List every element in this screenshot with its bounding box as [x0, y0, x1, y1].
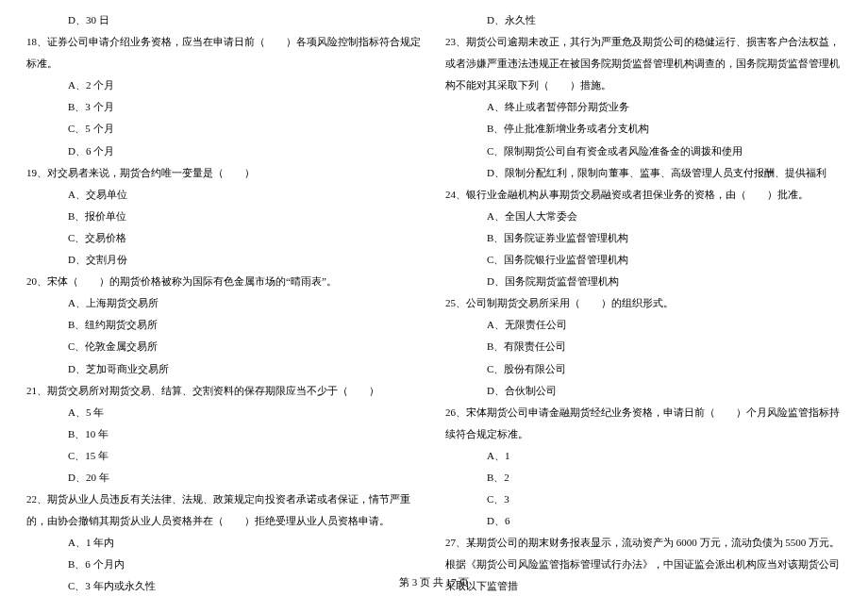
q22-option-a: A、1 年内	[26, 532, 423, 554]
q26-option-a: A、1	[445, 445, 842, 467]
q20-option-c: C、伦敦金属交易所	[26, 336, 423, 357]
q25-option-a: A、无限责任公司	[445, 314, 842, 336]
q21-option-b: B、10 年	[26, 423, 423, 445]
left-column: D、30 日 18、证券公司申请介绍业务资格，应当在申请日前（ ）各项风险控制指…	[19, 9, 434, 566]
right-column: D、永久性 23、期货公司逾期未改正，其行为严重危及期货公司的稳健运行、损害客户…	[434, 9, 849, 566]
q19-stem: 19、对交易者来说，期货合约唯一变量是（ ）	[26, 162, 423, 184]
q26-stem: 26、宋体期货公司申请金融期货经纪业务资格，申请日前（ ）个月风险监管指标持续符…	[445, 402, 842, 445]
q23-option-c: C、限制期货公司自有资金或者风险准备金的调拨和使用	[445, 141, 842, 162]
q24-stem: 24、银行业金融机构从事期货交易融资或者担保业务的资格，由（ ）批准。	[445, 184, 842, 206]
q24-option-a: A、全国人大常委会	[445, 206, 842, 227]
q20-option-d: D、芝加哥商业交易所	[26, 358, 423, 380]
q25-option-b: B、有限责任公司	[445, 336, 842, 357]
q22-stem: 22、期货从业人员违反有关法律、法规、政策规定向投资者承诺或者保证，情节严重的，…	[26, 489, 423, 532]
q18-stem: 18、证券公司申请介绍业务资格，应当在申请日前（ ）各项风险控制指标符合规定标准…	[26, 31, 423, 75]
q25-option-c: C、股份有限公司	[445, 358, 842, 380]
q26-option-c: C、3	[445, 489, 842, 510]
q22-option-c: C、3 年内或永久性	[26, 575, 423, 597]
q21-option-c: C、15 年	[26, 445, 423, 467]
q18-option-b: B、3 个月	[26, 96, 423, 118]
q21-option-a: A、5 年	[26, 402, 423, 423]
q23-stem: 23、期货公司逾期未改正，其行为严重危及期货公司的稳健运行、损害客户合法权益，或…	[445, 31, 842, 96]
q18-option-a: A、2 个月	[26, 75, 423, 96]
q20-option-b: B、纽约期货交易所	[26, 314, 423, 336]
q23-option-d: D、限制分配红利，限制向董事、监事、高级管理人员支付报酬、提供福利	[445, 162, 842, 184]
q23-option-b: B、停止批准新增业务或者分支机构	[445, 118, 842, 140]
q18-option-d: D、6 个月	[26, 141, 423, 162]
q19-option-d: D、交割月份	[26, 249, 423, 271]
q21-option-d: D、20 年	[26, 467, 423, 489]
q19-option-b: B、报价单位	[26, 206, 423, 227]
q24-option-d: D、国务院期货监督管理机构	[445, 271, 842, 292]
q19-option-a: A、交易单位	[26, 184, 423, 206]
q23-option-a: A、终止或者暂停部分期货业务	[445, 96, 842, 118]
q26-option-b: B、2	[445, 467, 842, 489]
q27-stem: 27、某期货公司的期末财务报表显示，流动资产为 6000 万元，流动负债为 55…	[445, 532, 842, 597]
q25-option-d: D、合伙制公司	[445, 380, 842, 402]
q22-option-b: B、6 个月内	[26, 554, 423, 575]
q21-stem: 21、期货交易所对期货交易、结算、交割资料的保存期限应当不少于（ ）	[26, 380, 423, 402]
q25-stem: 25、公司制期货交易所采用（ ）的组织形式。	[445, 292, 842, 314]
q24-option-b: B、国务院证券业监督管理机构	[445, 227, 842, 249]
q26-option-d: D、6	[445, 510, 842, 532]
exam-page: D、30 日 18、证券公司申请介绍业务资格，应当在申请日前（ ）各项风险控制指…	[0, 0, 868, 566]
q22-option-d: D、永久性	[445, 9, 842, 31]
q24-option-c: C、国务院银行业监督管理机构	[445, 249, 842, 271]
q18-option-c: C、5 个月	[26, 118, 423, 140]
q20-stem: 20、宋体（ ）的期货价格被称为国际有色金属市场的“晴雨表”。	[26, 271, 423, 292]
q20-option-a: A、上海期货交易所	[26, 292, 423, 314]
q17-option-d: D、30 日	[26, 9, 423, 31]
q19-option-c: C、交易价格	[26, 227, 423, 249]
